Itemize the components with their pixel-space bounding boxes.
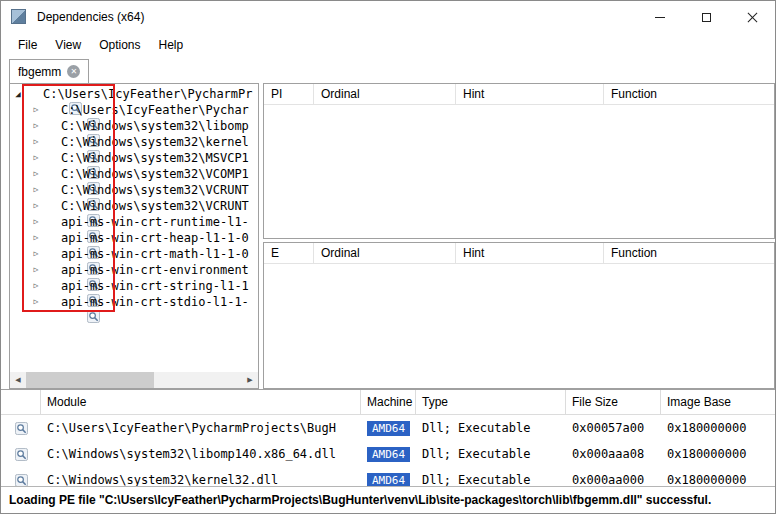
expand-arrow-icon[interactable]: [30, 230, 42, 246]
module-path-cell: C:\Users\IcyFeather\PycharmProjects\BugH: [41, 421, 361, 435]
expand-arrow-icon[interactable]: [30, 166, 42, 182]
machine-badge: AMD64: [367, 447, 410, 462]
menu-options[interactable]: Options: [90, 33, 149, 57]
expand-arrow-icon[interactable]: [30, 214, 42, 230]
tree-item[interactable]: api-ms-win-crt-heap-l1-1-0: [10, 230, 258, 246]
column-header[interactable]: Hint: [456, 84, 604, 104]
tree-item[interactable]: C:\Windows\system32\MSVCP1: [10, 150, 258, 166]
module-icon: [1, 474, 41, 487]
column-header[interactable]: Ordinal: [314, 84, 456, 104]
machine-badge: AMD64: [367, 421, 410, 436]
app-icon: [11, 9, 26, 24]
expand-arrow-icon[interactable]: [30, 278, 42, 294]
module-icon: [44, 232, 57, 245]
minimize-icon: [655, 17, 665, 18]
menu-file[interactable]: File: [9, 33, 46, 57]
tree-item[interactable]: C:\Windows\system32\VCOMP1: [10, 166, 258, 182]
column-header[interactable]: Machine: [361, 390, 416, 414]
column-header[interactable]: Image Base: [661, 390, 775, 414]
table-row[interactable]: C:\Windows\system32\kernel32.dll AMD64 D…: [1, 467, 775, 486]
imports-panel: PIOrdinalHintFunction: [263, 83, 775, 239]
column-header[interactable]: Hint: [456, 243, 604, 263]
tree-item-label: api-ms-win-crt-string-l1-1: [61, 279, 249, 293]
tab-fbgemm[interactable]: fbgemm: [9, 59, 89, 83]
column-header[interactable]: [1, 390, 41, 414]
module-icon: [1, 422, 41, 435]
module-path-cell: C:\Windows\system32\kernel32.dll: [41, 473, 361, 486]
machine-cell: AMD64: [361, 447, 416, 462]
column-header[interactable]: Type: [416, 390, 566, 414]
scroll-left-icon[interactable]: [10, 372, 26, 388]
app-window: Dependencies (x64) File View Options Hel…: [0, 0, 776, 514]
tree-item[interactable]: C:\Users\IcyFeather\PycharmPr: [10, 86, 258, 102]
expand-arrow-icon[interactable]: [30, 294, 42, 310]
tree-item[interactable]: C:\Windows\system32\VCRUNT: [10, 182, 258, 198]
expand-arrow-icon[interactable]: [30, 150, 42, 166]
tree-item[interactable]: api-ms-win-crt-stdio-l1-1-: [10, 294, 258, 310]
tree-item-label: C:\Users\IcyFeather\Pychar: [61, 103, 249, 117]
menu-help[interactable]: Help: [150, 33, 193, 57]
type-cell: Dll; Executable: [416, 421, 566, 435]
table-row[interactable]: C:\Windows\system32\libomp140.x86_64.dll…: [1, 441, 775, 467]
module-icon: [44, 280, 57, 293]
tree-item-label: C:\Windows\system32\MSVCP1: [61, 151, 249, 165]
status-bar: Loading PE file "C:\Users\IcyFeather\Pyc…: [1, 486, 775, 513]
column-header[interactable]: File Size: [566, 390, 661, 414]
module-icon: [44, 200, 57, 213]
tree-item-label: api-ms-win-crt-runtime-l1-: [61, 215, 249, 229]
tree-item-label: C:\Windows\system32\kernel: [61, 135, 249, 149]
status-text: Loading PE file "C:\Users\IcyFeather\Pyc…: [9, 493, 711, 507]
exports-header: EOrdinalHintFunction: [264, 243, 774, 264]
expand-arrow-icon[interactable]: [12, 86, 24, 103]
tree-item-label: C:\Windows\system32\libomp: [61, 119, 249, 133]
menubar: File View Options Help: [1, 33, 775, 57]
tree-item[interactable]: C:\Windows\system32\VCRUNT: [10, 198, 258, 214]
expand-arrow-icon[interactable]: [30, 246, 42, 262]
horizontal-scrollbar[interactable]: [10, 372, 258, 388]
file-size-cell: 0x000aa000: [566, 473, 661, 486]
dependency-tree-panel: C:\Users\IcyFeather\PycharmPr C:\Users\I…: [9, 83, 259, 389]
modules-rows: C:\Users\IcyFeather\PycharmProjects\BugH…: [1, 415, 775, 486]
column-header[interactable]: Ordinal: [314, 243, 456, 263]
machine-badge: AMD64: [367, 473, 410, 487]
expand-arrow-icon[interactable]: [30, 118, 42, 134]
module-icon: [44, 168, 57, 181]
tree-item[interactable]: C:\Windows\system32\libomp: [10, 118, 258, 134]
titlebar: Dependencies (x64): [1, 1, 775, 33]
column-header[interactable]: Module: [41, 390, 361, 414]
expand-arrow-icon[interactable]: [30, 182, 42, 198]
minimize-button[interactable]: [637, 1, 683, 33]
tree-item[interactable]: api-ms-win-crt-environment: [10, 262, 258, 278]
close-button[interactable]: [729, 1, 775, 33]
tab-label: fbgemm: [18, 65, 61, 79]
menu-view[interactable]: View: [46, 33, 90, 57]
tree-item[interactable]: api-ms-win-crt-string-l1-1: [10, 278, 258, 294]
column-header[interactable]: Function: [604, 84, 774, 104]
tree-item-label: C:\Users\IcyFeather\PycharmPr: [43, 87, 253, 101]
machine-cell: AMD64: [361, 473, 416, 487]
table-row[interactable]: C:\Users\IcyFeather\PycharmProjects\BugH…: [1, 415, 775, 441]
tree-item[interactable]: api-ms-win-crt-math-l1-1-0: [10, 246, 258, 262]
tree-item[interactable]: C:\Windows\system32\kernel: [10, 134, 258, 150]
tree-item[interactable]: C:\Users\IcyFeather\Pychar: [10, 102, 258, 118]
image-base-cell: 0x180000000: [661, 447, 775, 461]
column-header[interactable]: Function: [604, 243, 774, 263]
maximize-button[interactable]: [683, 1, 729, 33]
tab-close-icon[interactable]: [67, 65, 80, 78]
module-icon: [44, 264, 57, 277]
module-icon: [44, 152, 57, 165]
expand-arrow-icon[interactable]: [30, 262, 42, 278]
tabstrip: fbgemm: [1, 57, 775, 83]
tree-item[interactable]: api-ms-win-crt-runtime-l1-: [10, 214, 258, 230]
scrollbar-thumb[interactable]: [26, 372, 154, 388]
scroll-right-icon[interactable]: [242, 372, 258, 388]
module-icon: [44, 216, 57, 229]
expand-arrow-icon[interactable]: [30, 102, 42, 118]
type-cell: Dll; Executable: [416, 473, 566, 486]
type-cell: Dll; Executable: [416, 447, 566, 461]
column-header[interactable]: PI: [264, 84, 314, 104]
column-header[interactable]: E: [264, 243, 314, 263]
expand-arrow-icon[interactable]: [30, 134, 42, 150]
expand-arrow-icon[interactable]: [30, 198, 42, 214]
close-icon: [747, 12, 758, 23]
